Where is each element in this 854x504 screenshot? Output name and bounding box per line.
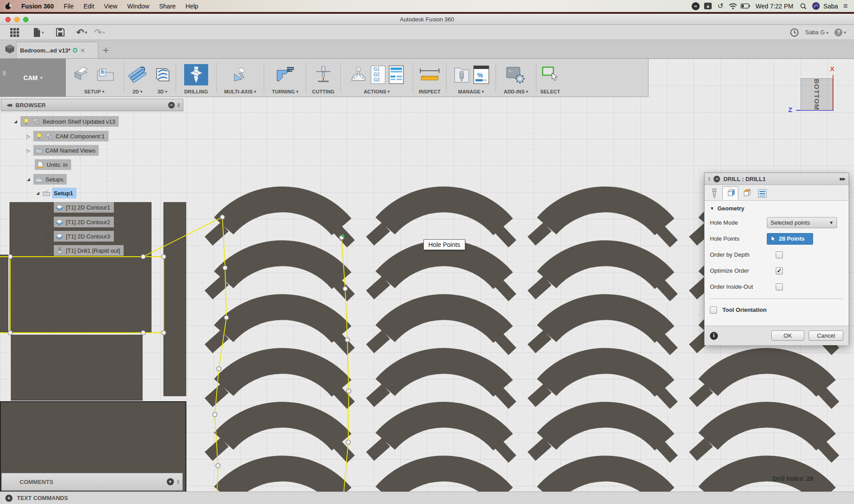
menu-file[interactable]: File: [59, 0, 79, 12]
tree-row-units[interactable]: Units: in: [35, 159, 71, 170]
undo-button[interactable]: ↶▾: [77, 27, 87, 38]
info-icon[interactable]: i: [710, 332, 718, 340]
ribbon-group-setup[interactable]: SETUP▾: [66, 59, 123, 97]
spotlight-icon[interactable]: [798, 2, 808, 10]
tree-row-contour2[interactable]: ▷ [T1] 2D Contour2: [46, 216, 114, 228]
menubar-user[interactable]: Saba: [823, 3, 838, 10]
workspace-selector[interactable]: ‖ CAM ▾: [0, 59, 66, 97]
google-drive-icon[interactable]: ▲: [703, 2, 713, 10]
turning-icon[interactable]: [274, 66, 296, 84]
tree-row-drill1[interactable]: ▷ [T1] Drill1 [Rapid out]: [46, 245, 124, 256]
order-inside-out-checkbox[interactable]: [776, 283, 783, 290]
add-ins-icon[interactable]: >-: [506, 65, 526, 84]
wifi-icon[interactable]: [728, 2, 738, 10]
cancel-button[interactable]: Cancel: [809, 331, 843, 341]
ok-button[interactable]: OK: [771, 331, 804, 341]
menu-edit[interactable]: Edit: [79, 0, 99, 12]
notification-center-icon[interactable]: ≡: [841, 2, 850, 10]
menu-app-name[interactable]: Fusion 360: [16, 0, 59, 12]
help-menu-button[interactable]: ? ▾: [834, 28, 846, 36]
tool-library-icon[interactable]: [453, 65, 471, 84]
apple-menu[interactable]: [0, 0, 16, 12]
drilling-active-tile[interactable]: [184, 64, 208, 85]
expand-text-commands-icon[interactable]: +: [5, 495, 12, 502]
post-process-icon[interactable]: G1 G2 G3: [370, 65, 386, 85]
simulate-icon[interactable]: [349, 65, 368, 84]
tree-row-named-views[interactable]: ▷ CAM Named Views: [25, 145, 99, 156]
select-icon[interactable]: [541, 66, 559, 84]
lightbulb-icon[interactable]: [35, 133, 43, 140]
geometry-section-header[interactable]: ▼ Geometry: [710, 205, 843, 212]
hole-mode-select[interactable]: Selected points ▼: [767, 217, 837, 228]
new-tab-button[interactable]: +: [103, 44, 109, 58]
drill-dialog[interactable]: ‖ − DRILL : DRILL1 ▶▶: [704, 173, 849, 345]
file-menu-button[interactable]: ▾: [33, 28, 44, 37]
machining-time-icon[interactable]: %: [473, 65, 490, 85]
new-folder-icon[interactable]: [96, 66, 115, 83]
inspect-icon[interactable]: [419, 67, 441, 82]
multi-axis-icon[interactable]: [230, 66, 250, 84]
minimize-window-button[interactable]: [14, 17, 20, 22]
comments-panel[interactable]: COMMENTS + ‖: [1, 473, 183, 491]
dialog-header[interactable]: ‖ − DRILL : DRILL1 ▶▶: [705, 173, 849, 185]
tree-row-contour1[interactable]: ▷ [T1] 2D Contour1: [46, 202, 114, 213]
creative-cloud-icon[interactable]: ∞: [691, 2, 701, 10]
ribbon-group-select[interactable]: SELECT: [537, 59, 563, 97]
ribbon-group-multiaxis[interactable]: MULTI-AXIS▾: [218, 59, 263, 97]
tool-orientation-checkbox[interactable]: [710, 306, 717, 314]
tab-geometry[interactable]: [722, 186, 738, 200]
data-panel-toggle[interactable]: [10, 28, 20, 37]
collapse-browser-icon[interactable]: ◀◀: [7, 103, 11, 107]
menu-help[interactable]: Help: [181, 0, 203, 12]
ribbon-group-turning[interactable]: TURNING▾: [265, 59, 305, 97]
tree-row-setups[interactable]: ◢ Setups: [25, 173, 67, 185]
modeling-canvas[interactable]: BOTTOM X Z ◀◀ BROWSER − ‖ ◢ Bedroom Shel…: [0, 59, 854, 492]
close-tab-icon[interactable]: ✕: [80, 47, 85, 54]
tab-tool[interactable]: [706, 186, 722, 200]
hole-points-selection-button[interactable]: 28 Points: [767, 233, 813, 245]
new-setup-icon[interactable]: [74, 66, 93, 83]
ribbon-group-2d[interactable]: 2D▾: [125, 59, 150, 97]
close-window-button[interactable]: [5, 17, 11, 22]
redo-button[interactable]: ↷▾: [94, 27, 105, 38]
2d-milling-icon[interactable]: [128, 66, 147, 84]
browser-header[interactable]: ◀◀ BROWSER − ‖: [1, 99, 183, 111]
viewcube[interactable]: BOTTOM: [801, 78, 833, 110]
ribbon-group-inspect[interactable]: INSPECT: [414, 59, 445, 97]
ribbon-group-addins[interactable]: >- ADD-INS▾: [497, 59, 535, 97]
battery-icon[interactable]: [741, 2, 750, 10]
dialog-minimize-icon[interactable]: −: [713, 176, 720, 182]
user-account-button[interactable]: Saba G ▾: [805, 29, 828, 36]
ribbon-group-actions[interactable]: G1 G2 G3 ACTIONS▾: [342, 59, 412, 97]
comments-drag-handle[interactable]: ‖: [177, 479, 179, 485]
dialog-expand-icon[interactable]: ▶▶: [840, 177, 845, 181]
tab-cycles[interactable]: [754, 186, 770, 200]
menu-window[interactable]: Window: [122, 0, 154, 12]
text-commands-bar[interactable]: + TEXT COMMANDS: [0, 492, 854, 504]
zoom-window-button[interactable]: [23, 17, 28, 22]
ribbon-group-manage[interactable]: % MANAGE▾: [447, 59, 495, 97]
time-machine-icon[interactable]: ↺: [716, 2, 725, 10]
hovered-drill-point[interactable]: [342, 234, 344, 237]
document-tab-active[interactable]: Bedroom...ed v13* ✕: [16, 42, 98, 58]
setup-sheet-icon[interactable]: [388, 65, 404, 85]
tree-row-contour3[interactable]: ▷ [T1] 2D Contour3: [46, 230, 114, 242]
lightbulb-icon[interactable]: [22, 118, 30, 125]
browser-minimize-icon[interactable]: −: [168, 102, 175, 109]
3d-milling-icon[interactable]: [153, 66, 172, 84]
order-by-depth-checkbox[interactable]: [776, 251, 783, 258]
add-comment-icon[interactable]: +: [167, 478, 174, 485]
siri-icon[interactable]: [811, 2, 821, 10]
ribbon-group-3d[interactable]: 3D▾: [150, 59, 175, 97]
job-status-icon[interactable]: [790, 28, 799, 37]
menubar-clock[interactable]: Wed 7:22 PM: [753, 3, 796, 10]
optimize-order-checkbox[interactable]: ✓: [776, 267, 783, 274]
ribbon-group-cutting[interactable]: CUTTING: [307, 59, 339, 97]
cutting-icon[interactable]: [314, 65, 332, 84]
tree-row-cam-component[interactable]: ▷ CAM Component:1: [25, 130, 109, 142]
menu-view[interactable]: View: [99, 0, 122, 12]
menu-share[interactable]: Share: [154, 0, 181, 12]
ribbon-group-drilling[interactable]: DRILLING: [177, 59, 215, 97]
browser-drag-handle[interactable]: ‖: [177, 102, 180, 109]
tree-row-setup1[interactable]: ◢ Setup1: [35, 187, 77, 199]
